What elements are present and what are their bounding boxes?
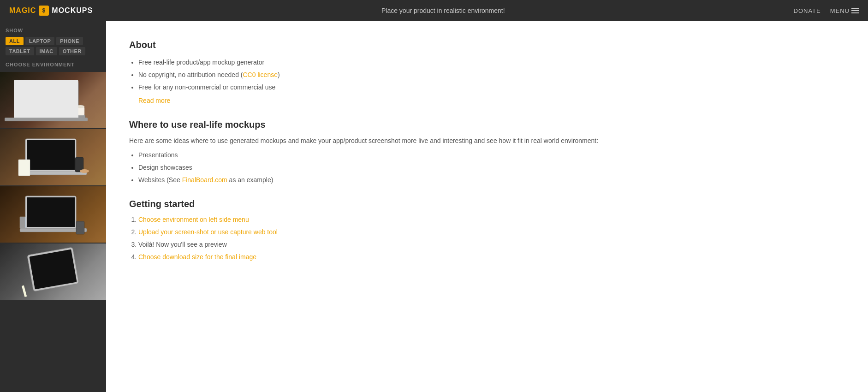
- env-img-placeholder-4: [0, 244, 106, 300]
- svg-rect-14: [20, 217, 26, 228]
- sidebar: SHOW ALL LAPTOP PHONE TABLET IMAC OTHER …: [0, 21, 106, 392]
- filter-other-button[interactable]: OTHER: [59, 47, 85, 55]
- menu-label: MENU: [830, 7, 850, 14]
- laptop-svg-1: [16, 77, 90, 123]
- step-4: Choose download size for the final image: [138, 252, 845, 262]
- filter-tablet-button[interactable]: TABLET: [6, 47, 34, 55]
- filter-laptop-button[interactable]: LAPTOP: [25, 37, 54, 45]
- svg-rect-6: [27, 140, 75, 170]
- logo: MAGIC $ MOCKUPS: [9, 6, 93, 16]
- logo-magic-text: MAGIC: [9, 6, 36, 15]
- where-desc: Here are some ideas where to use generat…: [129, 136, 845, 146]
- environment-image-1[interactable]: [0, 72, 106, 128]
- menu-button[interactable]: MENU: [830, 7, 859, 14]
- choose-environment-label: CHOOSE ENVIRONMENT: [0, 62, 106, 72]
- svg-rect-18: [22, 285, 27, 297]
- tablet-svg: [16, 246, 90, 297]
- show-label: SHOW: [0, 28, 106, 37]
- svg-rect-15: [76, 221, 84, 234]
- header: MAGIC $ MOCKUPS Place your product in re…: [0, 0, 868, 21]
- svg-rect-3: [76, 107, 84, 115]
- step-1: Choose environment on left side menu: [138, 215, 845, 225]
- filter-all-button[interactable]: ALL: [6, 37, 24, 45]
- where-item-3: Websites (See FinalBoard.com as an examp…: [138, 175, 845, 185]
- show-buttons-group: ALL LAPTOP PHONE TABLET IMAC OTHER: [0, 37, 106, 62]
- svg-rect-12: [27, 197, 75, 227]
- logo-icon: $: [39, 6, 49, 16]
- env-img-placeholder-2: [0, 129, 106, 185]
- header-tagline: Place your product in realistic environm…: [93, 7, 793, 14]
- donate-button[interactable]: DONATE: [794, 7, 821, 14]
- svg-rect-0: [28, 82, 78, 115]
- read-more-link[interactable]: Read more: [138, 97, 170, 104]
- about-item-3: Free for any non-commercial or commercia…: [138, 83, 845, 92]
- where-item-1: Presentations: [138, 150, 845, 160]
- where-heading: Where to use real-life mockups: [129, 119, 845, 130]
- about-heading: About: [129, 40, 845, 50]
- env-img-placeholder-3: [0, 186, 106, 243]
- svg-rect-2: [21, 115, 85, 119]
- main-layout: SHOW ALL LAPTOP PHONE TABLET IMAC OTHER …: [0, 21, 868, 392]
- environment-image-2[interactable]: [0, 129, 106, 185]
- where-list: Presentations Design showcases Websites …: [129, 150, 845, 185]
- header-actions: DONATE MENU: [794, 7, 859, 14]
- finalboard-link[interactable]: FinalBoard.com: [182, 176, 227, 184]
- getting-started-list: Choose environment on left side menu Upl…: [129, 215, 845, 262]
- where-item-2: Design showcases: [138, 163, 845, 172]
- svg-rect-1: [29, 83, 77, 113]
- filter-phone-button[interactable]: PHONE: [56, 37, 83, 45]
- svg-point-4: [76, 105, 84, 108]
- laptop-svg-3: [16, 189, 90, 240]
- env-img-placeholder-1: [0, 72, 106, 128]
- hamburger-icon: [851, 8, 859, 13]
- svg-rect-8: [18, 160, 30, 176]
- getting-started-heading: Getting started: [129, 199, 845, 209]
- svg-point-10: [80, 169, 89, 173]
- read-more-item: Read more: [138, 95, 845, 106]
- environment-image-4[interactable]: [0, 244, 106, 300]
- laptop-svg-2: [16, 132, 90, 183]
- step-4-link[interactable]: Choose download size for the final image: [138, 253, 256, 261]
- environment-image-3[interactable]: [0, 186, 106, 243]
- step-1-link[interactable]: Choose environment on left side menu: [138, 216, 249, 223]
- filter-imac-button[interactable]: IMAC: [36, 47, 57, 55]
- main-content: About Free real-life product/app mockup …: [106, 21, 868, 392]
- about-item-1: Free real-life product/app mockup genera…: [138, 58, 845, 67]
- step-2: Upload your screen-shot or use capture w…: [138, 227, 845, 237]
- logo-mockups-text: MOCKUPS: [52, 6, 93, 15]
- about-list: Free real-life product/app mockup genera…: [129, 58, 845, 106]
- about-item-2: No copyright, no attribution needed (CC0…: [138, 70, 845, 80]
- cc0-license-link[interactable]: CC0 license: [243, 71, 277, 78]
- environment-images-list: [0, 72, 106, 300]
- step-2-link[interactable]: Upload your screen-shot or use capture w…: [138, 228, 278, 236]
- step-3: Voilà! Now you'll see a preview: [138, 240, 845, 249]
